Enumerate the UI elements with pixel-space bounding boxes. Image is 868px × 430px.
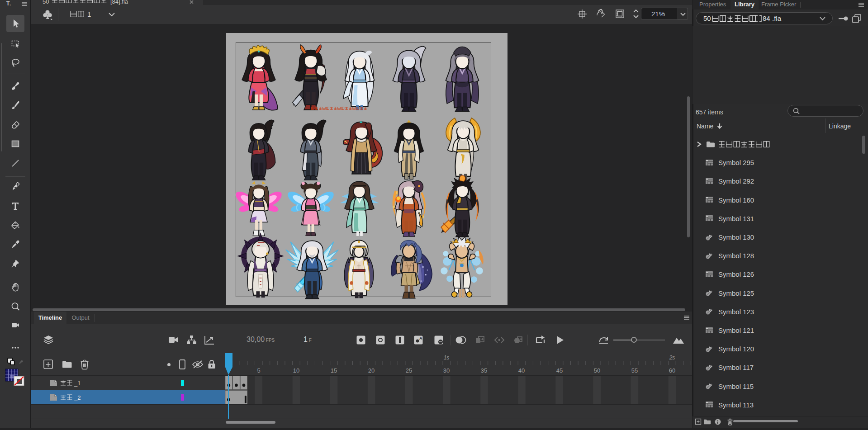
- svg-text:50: 50: [703, 14, 711, 22]
- svg-text:.fla: .fla: [772, 14, 782, 22]
- svg-text:84: 84: [763, 14, 770, 22]
